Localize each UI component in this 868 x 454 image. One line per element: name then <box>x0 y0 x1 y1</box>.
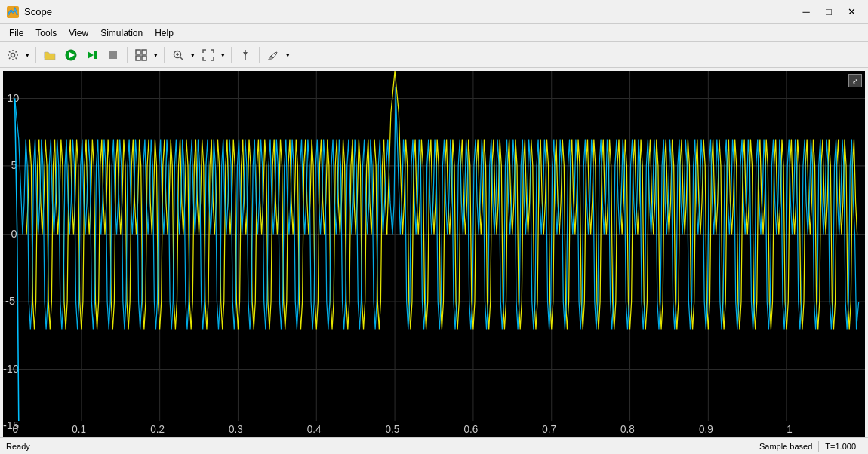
app-icon <box>6 5 20 19</box>
svg-rect-8 <box>142 50 146 54</box>
svg-text:0.7: 0.7 <box>542 423 556 435</box>
svg-text:0.9: 0.9 <box>699 423 713 435</box>
title-controls: ─ □ ✕ <box>796 4 862 20</box>
close-button[interactable]: ✕ <box>841 4 862 20</box>
status-ready: Ready <box>6 442 30 451</box>
folder-icon <box>44 49 56 61</box>
zoom-button[interactable] <box>168 45 188 65</box>
toolbar-sep-5 <box>259 47 260 63</box>
style-button[interactable] <box>263 45 283 65</box>
window-title: Scope <box>24 6 52 17</box>
svg-text:1: 1 <box>786 423 793 435</box>
step-button[interactable] <box>82 45 102 65</box>
title-left: Scope <box>6 5 52 19</box>
svg-point-1 <box>11 53 15 57</box>
oscilloscope-chart: 10 5 0 -5 -10 -15 0 0.1 0.2 0.3 0.4 0.5 … <box>3 71 865 437</box>
svg-text:0.8: 0.8 <box>620 423 635 435</box>
style-dropdown-arrow[interactable]: ▾ <box>283 45 292 65</box>
minimize-button[interactable]: ─ <box>796 4 817 20</box>
style-icon <box>267 49 279 61</box>
layout-icon <box>135 49 147 61</box>
status-right: Sample based T=1.000 <box>753 441 862 452</box>
menu-tools[interactable]: Tools <box>29 26 63 40</box>
time-display: T=1.000 <box>818 441 862 452</box>
fit-dropdown-arrow[interactable]: ▾ <box>218 45 227 65</box>
fit-icon <box>202 49 214 61</box>
menu-file[interactable]: File <box>3 26 29 40</box>
svg-text:0.6: 0.6 <box>463 423 478 435</box>
zoom-group: ▾ <box>168 45 197 65</box>
stop-icon <box>107 49 119 61</box>
zoom-icon <box>172 49 184 61</box>
menu-simulation[interactable]: Simulation <box>94 26 149 40</box>
layout-dropdown-arrow[interactable]: ▾ <box>151 45 160 65</box>
menu-view[interactable]: View <box>63 26 94 40</box>
svg-text:0.4: 0.4 <box>307 423 322 435</box>
svg-marker-4 <box>88 51 94 59</box>
title-bar: Scope ─ □ ✕ <box>0 0 868 24</box>
step-forward-icon <box>86 49 98 61</box>
stop-button[interactable] <box>103 45 123 65</box>
toolbar-sep-1 <box>35 47 36 63</box>
restore-button[interactable]: □ <box>818 4 839 20</box>
menu-help[interactable]: Help <box>149 26 180 40</box>
svg-text:0.2: 0.2 <box>150 423 165 435</box>
layout-group: ▾ <box>131 45 160 65</box>
scope-container: ⤢ <box>3 71 865 437</box>
toolbar: ▾ <box>0 42 868 68</box>
open-button[interactable] <box>40 45 60 65</box>
svg-text:0: 0 <box>11 226 17 240</box>
play-icon <box>65 49 77 61</box>
svg-rect-19 <box>3 71 865 437</box>
svg-text:0.5: 0.5 <box>386 423 400 435</box>
settings-button[interactable] <box>3 45 23 65</box>
cursor-button[interactable] <box>235 45 255 65</box>
sample-based-label: Sample based <box>753 441 818 452</box>
svg-text:0: 0 <box>12 423 18 435</box>
zoom-dropdown-arrow[interactable]: ▾ <box>188 45 197 65</box>
menu-bar: File Tools View Simulation Help <box>0 24 868 42</box>
style-group: ▾ <box>263 45 292 65</box>
svg-rect-9 <box>136 56 140 60</box>
status-bar: Ready Sample based T=1.000 <box>0 437 868 454</box>
svg-rect-6 <box>109 51 117 59</box>
svg-text:-10: -10 <box>3 361 19 375</box>
svg-text:0.3: 0.3 <box>229 423 243 435</box>
gear-icon <box>7 49 19 61</box>
fit-group: ▾ <box>199 45 227 65</box>
svg-rect-10 <box>142 56 146 60</box>
svg-rect-18 <box>268 59 272 60</box>
layout-button[interactable] <box>131 45 151 65</box>
svg-text:10: 10 <box>7 90 19 104</box>
svg-rect-7 <box>136 50 140 54</box>
svg-text:0.1: 0.1 <box>72 423 86 435</box>
expand-button[interactable]: ⤢ <box>848 74 862 87</box>
toolbar-sep-2 <box>127 47 128 63</box>
toolbar-sep-4 <box>231 47 232 63</box>
svg-marker-16 <box>243 52 248 56</box>
svg-text:-5: -5 <box>5 294 15 308</box>
cursor-icon <box>239 49 251 61</box>
settings-group: ▾ <box>3 45 32 65</box>
fit-button[interactable] <box>199 45 218 65</box>
svg-line-12 <box>180 57 183 60</box>
run-button[interactable] <box>61 45 81 65</box>
settings-dropdown-arrow[interactable]: ▾ <box>23 45 32 65</box>
svg-rect-5 <box>94 51 97 59</box>
toolbar-sep-3 <box>164 47 165 63</box>
